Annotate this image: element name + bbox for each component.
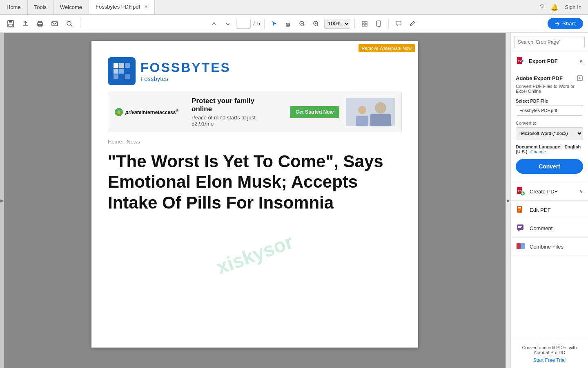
ad-banner: 🔒 privateinternetaccess® Protect your fa… [108,92,402,132]
svg-rect-35 [518,209,521,209]
convert-to-select[interactable]: Microsoft Word (*.docx) Microsoft Excel … [516,127,583,139]
watermark-banner[interactable]: Remove Watermark Now [359,44,415,52]
adobe-export-desc: Convert PDF Files to Word or Excel Onlin… [516,84,583,94]
email-icon[interactable] [49,18,60,29]
svg-rect-37 [517,224,523,230]
export-pdf-toggle-icon[interactable]: ∧ [579,58,583,64]
comment-item[interactable]: Comment [511,219,588,238]
tab-welcome[interactable]: Welcome [53,0,89,14]
help-icon[interactable]: ? [540,4,544,11]
tab-tools[interactable]: Tools [28,0,53,14]
svg-rect-1 [9,20,12,22]
zoom-in-button[interactable] [310,18,322,29]
select-tool[interactable] [359,18,370,29]
export-pdf-content: Adobe Export PDF Convert PDF Files to Wo… [511,70,588,182]
start-trial-link[interactable]: Start Free Trial [516,357,583,363]
svg-point-25 [358,106,366,114]
toolbar-sep-2 [264,19,265,29]
search-zoom-icon[interactable] [64,18,75,29]
export-pdf-title: Export PDF [529,58,558,64]
crop-page-search[interactable] [514,36,585,48]
toolbar-sep-4 [388,19,389,29]
tab-home-label: Home [7,4,21,10]
search-panel [511,33,588,52]
pia-get-started-button[interactable]: Get Started Now [290,106,339,118]
page-up-button[interactable] [208,18,220,29]
create-pdf-item[interactable]: PDF Create PDF ∨ [511,182,588,201]
fossbytes-logo-icon [108,57,136,85]
select-pdf-label: Select PDF File [516,99,583,103]
notification-icon[interactable]: 🔔 [550,3,559,11]
total-pages: 5 [257,20,260,27]
convert-button[interactable]: Convert [516,159,583,174]
svg-rect-12 [365,24,367,26]
combine-files-item[interactable]: Combine Files [511,238,588,256]
svg-rect-26 [356,116,368,126]
svg-rect-18 [119,63,124,68]
create-pdf-icon: PDF [516,186,526,196]
tab-close-icon[interactable]: ✕ [144,4,148,9]
zoom-level-select[interactable]: 100% 75% 150% 200% [324,19,350,29]
svg-rect-14 [396,21,401,25]
toolbar-sep-3 [354,19,355,29]
create-pdf-toggle: ∨ [579,188,583,194]
page-number-input[interactable]: 1 [236,19,251,29]
combine-files-label: Combine Files [530,244,564,250]
cursor-tool[interactable] [269,18,280,29]
zoom-out-button[interactable] [296,18,308,29]
svg-rect-19 [125,63,130,68]
svg-rect-34 [518,207,521,208]
svg-rect-21 [125,74,130,79]
pen-icon[interactable] [407,18,418,29]
tab-bar-right: ? 🔔 Sign In [540,3,588,11]
tab-fossbytes-label: Fossbytes PDF.pdf [96,4,140,10]
save-icon[interactable] [5,18,16,29]
svg-rect-40 [517,243,521,249]
fit-page-button[interactable] [373,18,384,29]
page-watermark: xiskysor [214,230,296,278]
pia-headline: Protect your family online [192,97,277,113]
right-sidebar: PDF Export PDF ∧ Adobe Export PDF Conver… [510,33,588,368]
comment-item-icon [516,223,526,233]
tab-fossbytes[interactable]: Fossbytes PDF.pdf ✕ [89,0,155,14]
breadcrumb-home[interactable]: Home [108,139,122,145]
tab-welcome-label: Welcome [60,4,82,10]
comment-icon[interactable] [393,18,404,29]
svg-rect-36 [518,210,520,211]
breadcrumb-news[interactable]: News [127,139,140,145]
pdf-page: Remove Watermark Now FOSSBYTES [91,41,418,348]
toolbar-sep-1 [80,19,80,29]
pdf-viewer[interactable]: Remove Watermark Now FOSSBYTES [4,33,506,368]
edit-pdf-item[interactable]: Edit PDF [511,201,588,219]
edit-pdf-icon [516,205,526,215]
ad-image [346,98,395,126]
svg-rect-15 [114,63,118,68]
clear-filename-icon[interactable]: ✕ [579,105,583,115]
svg-rect-16 [114,69,118,74]
pia-brand-name: privateinternetaccess® [125,109,178,115]
upload-icon[interactable] [20,18,31,29]
tab-bar: Home Tools Welcome Fossbytes PDF.pdf ✕ ?… [0,0,588,15]
filename-input[interactable] [516,106,579,115]
svg-rect-17 [114,74,118,79]
svg-rect-13 [376,21,381,26]
tab-home[interactable]: Home [0,0,28,14]
fossbytes-logo: FOSSBYTES Fossbytes [108,57,402,85]
main-area: ▶ Remove Watermark Now [0,33,588,368]
comment-label: Comment [530,225,552,231]
export-pdf-header[interactable]: PDF Export PDF ∧ [511,52,588,70]
right-sidebar-toggle[interactable]: ▶ [506,33,510,368]
hand-tool[interactable] [283,18,294,29]
change-language-link[interactable]: Change [530,149,546,154]
svg-rect-4 [38,25,42,26]
fossbytes-link[interactable]: Fossbytes [140,75,231,82]
sign-in-button[interactable]: Sign In [565,4,581,10]
page-down-button[interactable] [222,18,234,29]
print-icon[interactable] [34,18,46,29]
export-pdf-section: PDF Export PDF ∧ Adobe Export PDF Conver… [511,52,588,182]
left-sidebar-toggle[interactable]: ▶ [0,33,4,368]
share-button[interactable]: Share [548,18,583,29]
promo-text: Convert and edit PDFs with Acrobat Pro D… [522,345,577,355]
export-pdf-icon: PDF [516,56,526,66]
fossbytes-brand: FOSSBYTES Fossbytes [140,60,231,82]
